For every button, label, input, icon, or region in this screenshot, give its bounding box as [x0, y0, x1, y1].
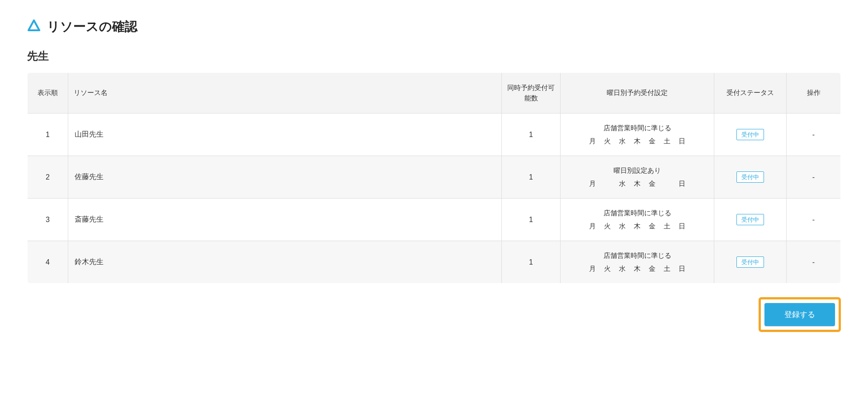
- schedule-note: 店舗営業時間に準じる: [567, 122, 708, 135]
- day-label: 木: [634, 220, 641, 233]
- cell-schedule: 店舗営業時間に準じる月火水木金土日: [561, 241, 714, 284]
- cell-capacity: 1: [502, 241, 561, 284]
- day-label: 金: [649, 135, 656, 148]
- day-label: 木: [634, 262, 641, 275]
- day-label: 土: [664, 220, 670, 233]
- day-label: 火: [604, 135, 611, 148]
- col-header-capacity: 同時予約受付可能数: [502, 73, 561, 114]
- table-row: 4鈴木先生1店舗営業時間に準じる月火水木金土日受付中-: [28, 241, 841, 284]
- table-row: 2佐藤先生1曜日別設定あり月火水木金土日受付中-: [28, 156, 841, 199]
- cell-capacity: 1: [502, 156, 561, 199]
- day-label: 月: [589, 262, 596, 275]
- footer-actions: 登録する: [27, 297, 841, 332]
- cell-status: 受付中: [714, 199, 787, 241]
- resource-table: 表示順 リソース名 同時予約受付可能数 曜日別予約受付設定 受付ステータス 操作…: [27, 72, 841, 284]
- day-label: 木: [634, 177, 641, 190]
- status-badge: 受付中: [736, 171, 764, 183]
- cell-order: 4: [28, 241, 68, 284]
- day-label: 日: [679, 220, 685, 233]
- cell-name: 佐藤先生: [68, 156, 502, 199]
- day-label: 土: [664, 262, 670, 275]
- table-row: 3斎藤先生1店舗営業時間に準じる月火水木金土日受付中-: [28, 199, 841, 241]
- cell-name: 斎藤先生: [68, 199, 502, 241]
- triangle-icon: [27, 19, 41, 34]
- day-label: 月: [589, 220, 596, 233]
- day-label: 日: [679, 262, 685, 275]
- day-label: 木: [634, 135, 641, 148]
- highlight-frame: 登録する: [759, 297, 841, 332]
- day-label: 水: [619, 135, 626, 148]
- day-label: 日: [679, 135, 685, 148]
- days-row: 月火水木金土日: [567, 177, 708, 190]
- day-label: 金: [649, 262, 656, 275]
- cell-order: 2: [28, 156, 68, 199]
- day-label: 月: [589, 135, 596, 148]
- day-label: 火: [604, 262, 611, 275]
- status-badge: 受付中: [736, 129, 764, 140]
- cell-order: 1: [28, 114, 68, 156]
- schedule-note: 曜日別設定あり: [567, 164, 708, 177]
- days-row: 月火水木金土日: [567, 220, 708, 233]
- section-title: 先生: [27, 49, 841, 63]
- cell-status: 受付中: [714, 241, 787, 284]
- days-row: 月火水木金土日: [567, 262, 708, 275]
- cell-schedule: 店舗営業時間に準じる月火水木金土日: [561, 199, 714, 241]
- day-label: 水: [619, 220, 626, 233]
- cell-order: 3: [28, 199, 68, 241]
- cell-capacity: 1: [502, 199, 561, 241]
- day-label: 火: [604, 220, 611, 233]
- cell-actions: -: [787, 156, 841, 199]
- cell-schedule: 店舗営業時間に準じる月火水木金土日: [561, 114, 714, 156]
- cell-name: 山田先生: [68, 114, 502, 156]
- day-label: 土: [664, 135, 670, 148]
- col-header-status: 受付ステータス: [714, 73, 787, 114]
- page-header: リソースの確認: [27, 18, 841, 35]
- cell-actions: -: [787, 199, 841, 241]
- cell-capacity: 1: [502, 114, 561, 156]
- col-header-actions: 操作: [787, 73, 841, 114]
- cell-name: 鈴木先生: [68, 241, 502, 284]
- day-label: 日: [679, 177, 685, 190]
- day-label: 水: [619, 262, 626, 275]
- day-label: 水: [619, 177, 626, 190]
- cell-status: 受付中: [714, 114, 787, 156]
- cell-actions: -: [787, 241, 841, 284]
- col-header-order: 表示順: [28, 73, 68, 114]
- cell-status: 受付中: [714, 156, 787, 199]
- register-button[interactable]: 登録する: [764, 303, 835, 326]
- schedule-note: 店舗営業時間に準じる: [567, 249, 708, 262]
- status-badge: 受付中: [736, 256, 764, 268]
- day-label: 金: [649, 220, 656, 233]
- page-title: リソースの確認: [47, 18, 137, 35]
- day-label: 月: [589, 177, 596, 190]
- col-header-name: リソース名: [68, 73, 502, 114]
- col-header-schedule: 曜日別予約受付設定: [561, 73, 714, 114]
- schedule-note: 店舗営業時間に準じる: [567, 207, 708, 220]
- days-row: 月火水木金土日: [567, 135, 708, 148]
- cell-schedule: 曜日別設定あり月火水木金土日: [561, 156, 714, 199]
- day-label: 金: [649, 177, 656, 190]
- cell-actions: -: [787, 114, 841, 156]
- table-row: 1山田先生1店舗営業時間に準じる月火水木金土日受付中-: [28, 114, 841, 156]
- status-badge: 受付中: [736, 214, 764, 225]
